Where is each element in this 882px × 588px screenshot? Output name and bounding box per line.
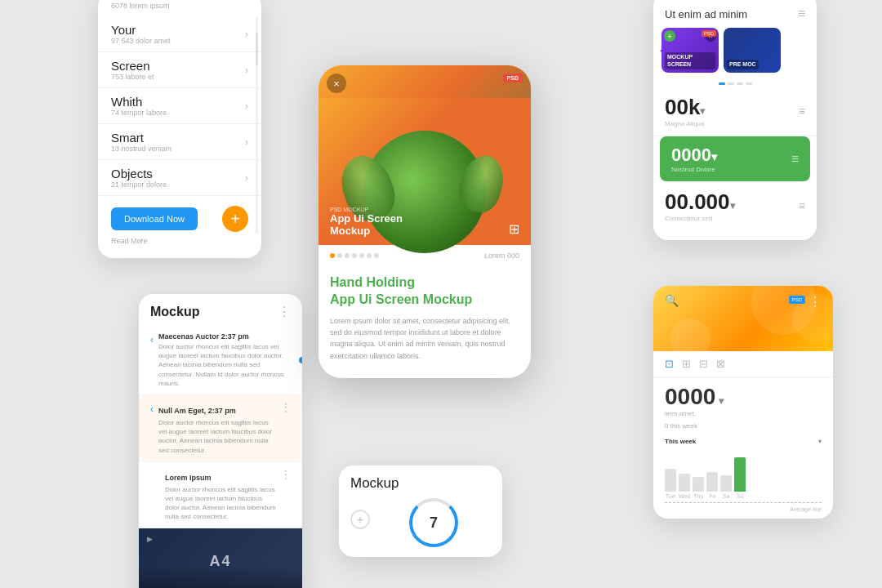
day-su: Su bbox=[737, 493, 744, 499]
chart-menu-icon[interactable]: ⋮ bbox=[808, 294, 822, 310]
stat-green-menu-icon[interactable]: ≡ bbox=[791, 152, 799, 167]
dot bbox=[374, 253, 379, 258]
bc-circle-value: 7 bbox=[430, 514, 438, 532]
stat-green-row: 0000▾ Nostrud Dolore ≡ bbox=[660, 136, 810, 181]
chart-psd-badge: PSD bbox=[789, 296, 805, 304]
bar-thu bbox=[693, 477, 704, 492]
carousel-dot bbox=[746, 82, 752, 85]
bc-progress-circle: 7 bbox=[409, 498, 458, 547]
msg-text-3: Dolor auctor rhoncus elit sagittis lacus… bbox=[165, 485, 278, 522]
search-icon[interactable]: 🔍 bbox=[665, 294, 679, 310]
list-item-title-objects: Objects bbox=[111, 167, 167, 180]
chart-body: 0000 ▾ lerm amet, 0 this week This week … bbox=[653, 377, 833, 519]
thumb-label-2: PRE MOC bbox=[727, 60, 759, 69]
chart-number: 0000 ▾ bbox=[665, 384, 724, 410]
psd-badge: PSD bbox=[503, 74, 523, 82]
day-sa: Sa bbox=[723, 493, 730, 499]
messages-title: Mockup bbox=[150, 305, 199, 319]
bc-title: Mockup bbox=[350, 475, 491, 492]
msg-text-2: Dolor auctor rhoncus elit sagittis lacus… bbox=[158, 418, 278, 455]
mockup-thumb-2: PRE MOC bbox=[724, 28, 781, 73]
bar-group-thu: Thu bbox=[693, 477, 704, 499]
bar-fri bbox=[706, 472, 718, 492]
bar-sa bbox=[720, 475, 732, 492]
dot bbox=[345, 253, 350, 258]
hand-title: Hand HoldingApp Ui Screen Mockup bbox=[330, 274, 519, 309]
stat-row-ok: 00k▾ Magna Aliqua ≡ bbox=[653, 87, 817, 136]
list-item-sub-whith: 74 tempor labore bbox=[111, 109, 167, 117]
day-fri: Fri bbox=[709, 493, 715, 499]
settings-icon[interactable]: ⊟ bbox=[699, 358, 708, 370]
screen-title: App Ui ScreenMockup bbox=[330, 212, 403, 237]
list-item-smart[interactable]: Smart 13 nostrud veniam › bbox=[98, 124, 261, 160]
stat-sub-bottom: Consectetur sed bbox=[665, 215, 735, 222]
chart-dropdown-icon: ▾ bbox=[715, 395, 723, 407]
chart-card: 🔍 PSD ⋮ ⊡ ⊞ ⊟ ⊠ 0000 ▾ lerm amet, 0 this… bbox=[653, 286, 833, 519]
monitor-icon[interactable]: ⊡ bbox=[665, 358, 674, 370]
msg-action-icon-3[interactable]: ⋮ bbox=[281, 469, 291, 480]
stat-menu-icon[interactable]: ≡ bbox=[799, 105, 805, 118]
thumb-label-1: MOCKUP SCREEN bbox=[665, 52, 715, 69]
stats-card: Ut enim ad minim ≡ ‹ + × MOCKUP SCREEN P… bbox=[653, 0, 817, 240]
bar-group-fri: Fri bbox=[706, 472, 718, 499]
chart-label-2: 0 this week bbox=[665, 422, 724, 430]
close-button[interactable]: × bbox=[327, 74, 346, 93]
chevron-right-icon: › bbox=[245, 172, 248, 184]
layout-icon[interactable]: ⊠ bbox=[716, 358, 725, 370]
msg-action-icon[interactable]: ⋮ bbox=[281, 402, 291, 413]
list-item-sub-your: 97 543 dolor amet bbox=[111, 37, 171, 45]
list-item-title-your: Your bbox=[111, 23, 171, 37]
chevron-right-icon: › bbox=[245, 136, 248, 148]
list-item-sub-screen: 753 labore et bbox=[111, 73, 154, 81]
stats-header: Ut enim ad minim ≡ bbox=[653, 2, 817, 23]
stats-menu-icon[interactable]: ≡ bbox=[798, 7, 805, 21]
carousel-wrapper: ‹ + × MOCKUP SCREEN PSD PRE MOC bbox=[653, 23, 817, 78]
plus-button[interactable]: + bbox=[222, 206, 248, 232]
list-item-sub-objects: 21 tempor dolore bbox=[111, 180, 167, 189]
list-item-objects[interactable]: Objects 21 tempor dolore › bbox=[98, 160, 261, 196]
phone-top: × PSD PSD MOCKUP App Ui ScreenMockup ⊞ bbox=[318, 65, 531, 245]
dot bbox=[330, 253, 335, 258]
stat-bottom-menu-icon[interactable]: ≡ bbox=[799, 199, 805, 212]
carousel-dot bbox=[737, 82, 743, 85]
avg-label: Average line bbox=[665, 506, 822, 512]
msg-from-1: Maecenas Auctor 2:37 pm bbox=[158, 332, 249, 341]
photo-section: ▶ A4 bbox=[139, 528, 302, 588]
list-item-your[interactable]: Your 97 543 dolor amet › bbox=[98, 16, 261, 52]
layers-icon: ⊞ bbox=[509, 221, 519, 237]
msg-unread-dot bbox=[299, 357, 302, 363]
carousel-dot bbox=[728, 82, 734, 85]
list-card: 6078 lorem ipsum Your 97 543 dolor amet … bbox=[98, 0, 261, 258]
msg-chevron-icon: ‹ bbox=[150, 334, 154, 345]
grid-icon[interactable]: ⊞ bbox=[682, 358, 691, 370]
bottom-center-card: Mockup + 7 bbox=[339, 466, 502, 557]
phone-body: Hand HoldingApp Ui Screen Mockup Lorem i… bbox=[318, 266, 531, 378]
bc-add-button[interactable]: + bbox=[350, 510, 370, 529]
this-week-row: This week ▾ bbox=[665, 438, 822, 445]
messages-header: Mockup ⋮ bbox=[139, 294, 302, 326]
bar-chart: Tue Wed Thu Fri Sa Su bbox=[665, 450, 822, 499]
lorem-label: Lorem 000 bbox=[484, 252, 519, 260]
bar-su bbox=[734, 457, 746, 492]
dot bbox=[337, 253, 342, 258]
messages-menu-icon[interactable]: ⋮ bbox=[278, 304, 291, 319]
message-item-3: Lorem Ipsum Dolor auctor rhoncus elit sa… bbox=[139, 462, 302, 529]
messages-card: Mockup ⋮ ‹ Maecenas Auctor 2:37 pm Dolor… bbox=[139, 294, 302, 588]
day-tue: Tue bbox=[666, 493, 675, 499]
download-button[interactable]: Download Now bbox=[111, 207, 198, 230]
psd-label: PSD MOCKUP bbox=[330, 207, 403, 212]
dot bbox=[359, 253, 364, 258]
phone-top-text: PSD MOCKUP App Ui ScreenMockup bbox=[330, 207, 403, 237]
list-item-whith[interactable]: Whith 74 tempor labore › bbox=[98, 88, 261, 124]
list-item-screen[interactable]: Screen 753 labore et › bbox=[98, 52, 261, 88]
stat-row-bottom: 00.000▾ Consectetur sed ≡ bbox=[653, 181, 817, 230]
stat-number-bottom: 00.000▾ bbox=[665, 189, 735, 215]
this-week-dropdown-icon[interactable]: ▾ bbox=[818, 438, 822, 445]
bar-group-su: Su bbox=[734, 457, 746, 499]
carousel-add-button[interactable]: + bbox=[664, 30, 675, 42]
chevron-right-icon: › bbox=[245, 65, 248, 76]
list-item-sub-smart: 13 nostrud veniam bbox=[111, 145, 172, 153]
list-item-title-smart: Smart bbox=[111, 131, 172, 145]
avg-line bbox=[665, 502, 822, 503]
message-item-2[interactable]: ‹ Null Am Eget, 2:37 pm Dolor auctor rho… bbox=[139, 395, 302, 462]
